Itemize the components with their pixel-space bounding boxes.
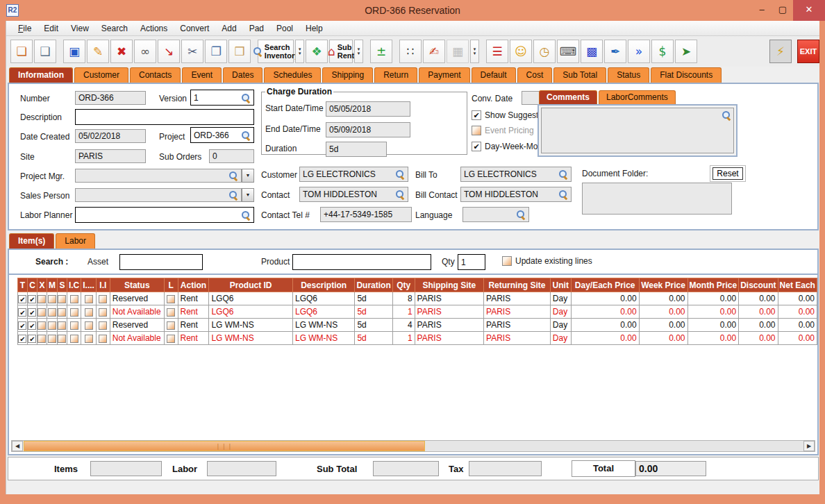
row-flag-checkbox[interactable] bbox=[48, 308, 56, 317]
col-header-i[interactable]: I.... bbox=[81, 278, 97, 292]
row-cell-description[interactable]: LGQ6 bbox=[292, 292, 354, 305]
col-header-shipping-site[interactable]: Shipping Site bbox=[415, 278, 483, 292]
scrollbar-thumb[interactable]: ❘❘❘ bbox=[24, 441, 425, 451]
inventory-blocks-button[interactable]: ▩ bbox=[581, 40, 603, 63]
row-flag-checkbox[interactable] bbox=[85, 308, 93, 317]
row-flag-checkbox[interactable] bbox=[70, 308, 78, 317]
tab-flat-discounts[interactable]: Flat Discounts bbox=[651, 67, 722, 83]
row-flag-cell-s[interactable] bbox=[57, 305, 67, 319]
row-flag-cell-m[interactable] bbox=[47, 292, 57, 305]
row-cell-shipping-site[interactable]: PARIS bbox=[415, 305, 483, 319]
row-cell-day-each-price[interactable]: 0.00 bbox=[571, 292, 639, 305]
col-header-c[interactable]: C bbox=[27, 278, 37, 292]
row-cell-product-id[interactable]: LG WM-NS bbox=[209, 332, 293, 345]
comments-lookup-icon[interactable] bbox=[722, 110, 731, 120]
row-flag-cell-c[interactable] bbox=[27, 305, 37, 319]
row-cell-discount[interactable]: 0.00 bbox=[739, 305, 778, 319]
tab-contacts[interactable]: Contacts bbox=[130, 67, 181, 83]
keyboard-button[interactable]: ⌨ bbox=[557, 40, 579, 63]
bill-contact-lookup-icon[interactable] bbox=[558, 190, 568, 199]
row-flag-checkbox[interactable] bbox=[38, 335, 46, 343]
row-cell-net-each[interactable]: 0.00 bbox=[778, 305, 817, 319]
row-cell-status[interactable]: Not Available bbox=[110, 332, 164, 345]
row-cell-product-id[interactable]: LG WM-NS bbox=[209, 319, 293, 332]
menu-convert[interactable]: Convert bbox=[174, 22, 215, 35]
menu-file[interactable]: File bbox=[12, 22, 38, 35]
row-flag-cell-s[interactable] bbox=[57, 319, 67, 332]
row-flag-checkbox[interactable] bbox=[70, 335, 78, 343]
calendar-button-dropdown[interactable]: ▼▼ bbox=[470, 40, 479, 63]
row-flag-cell-x[interactable] bbox=[37, 292, 47, 305]
row-flag-checkbox[interactable] bbox=[85, 321, 93, 330]
row-cell-status[interactable]: Reserved bbox=[110, 292, 164, 305]
project-lookup-icon[interactable] bbox=[241, 131, 251, 140]
row-cell-month-price[interactable]: 0.00 bbox=[688, 319, 739, 332]
col-header-action[interactable]: Action bbox=[178, 278, 209, 292]
tab-item-s-[interactable]: Item(s) bbox=[9, 233, 54, 249]
row-flag-cell-m[interactable] bbox=[47, 319, 57, 332]
row-cell-returning-site[interactable]: PARIS bbox=[484, 319, 551, 332]
tab-status[interactable]: Status bbox=[608, 67, 649, 83]
sales-person-dropdown-button[interactable]: ▼ bbox=[242, 188, 254, 202]
row-flag-cell-t[interactable] bbox=[18, 305, 28, 319]
tab-cost[interactable]: Cost bbox=[517, 67, 553, 83]
row-cell-duration[interactable]: 5d bbox=[355, 305, 392, 319]
row-cell-action[interactable]: Rent bbox=[178, 332, 209, 345]
minimize-button[interactable]: – bbox=[751, 0, 772, 21]
row-flag-checkbox[interactable] bbox=[18, 295, 26, 303]
row-flag-checkbox[interactable] bbox=[58, 308, 66, 317]
tab-default[interactable]: Default bbox=[472, 67, 516, 83]
resources-button[interactable]: ❖ bbox=[306, 40, 328, 63]
cut-button[interactable]: ✂ bbox=[181, 40, 203, 63]
col-header-description[interactable]: Description bbox=[292, 278, 354, 292]
row-cell-unit[interactable]: Day bbox=[550, 305, 571, 319]
version-field[interactable]: 1 bbox=[190, 90, 254, 106]
labor-planner-field[interactable] bbox=[75, 207, 254, 223]
save-button[interactable]: ▣ bbox=[63, 40, 85, 63]
edit-button[interactable]: ✎ bbox=[87, 40, 109, 63]
row-flag-checkbox[interactable] bbox=[70, 321, 78, 330]
show-suggestions-checkbox[interactable] bbox=[472, 110, 481, 120]
exit-button[interactable]: EXIT bbox=[797, 40, 819, 63]
col-header-discount[interactable]: Discount bbox=[739, 278, 778, 292]
row-cell-description[interactable]: LGQ6 bbox=[292, 305, 354, 319]
customer-lookup-icon[interactable] bbox=[395, 169, 405, 179]
maximize-button[interactable]: ▢ bbox=[772, 0, 793, 21]
search-inventory-button-dropdown[interactable]: ▼▼ bbox=[295, 40, 304, 63]
row-labor-checkbox[interactable] bbox=[167, 335, 175, 343]
row-cell-net-each[interactable]: 0.00 bbox=[778, 319, 817, 332]
row-cell-action[interactable]: Rent bbox=[178, 319, 209, 332]
day-week-month-checkbox[interactable] bbox=[472, 142, 481, 151]
menu-pad[interactable]: Pad bbox=[243, 22, 270, 35]
row-cell-shipping-site[interactable]: PARIS bbox=[415, 292, 483, 305]
row-flag-checkbox[interactable] bbox=[48, 335, 56, 343]
col-header-t[interactable]: T bbox=[18, 278, 28, 292]
row-cell-day-each-price[interactable]: 0.00 bbox=[571, 305, 639, 319]
table-row[interactable]: Not AvailableRentLG WM-NSLG WM-NS5d1PARI… bbox=[18, 332, 817, 345]
row-flag-checkbox[interactable] bbox=[85, 335, 93, 343]
happy-customer-button[interactable]: ☺ bbox=[510, 40, 532, 63]
col-header-status[interactable]: Status bbox=[110, 278, 164, 292]
row-cell-returning-site[interactable]: PARIS bbox=[484, 332, 551, 345]
money-notes-button[interactable]: $ bbox=[651, 40, 674, 63]
row-labor-checkbox[interactable] bbox=[167, 295, 175, 303]
find-button[interactable]: ∞ bbox=[134, 40, 156, 63]
row-flag-cell-ic[interactable] bbox=[67, 292, 81, 305]
row-cell-day-each-price[interactable]: 0.00 bbox=[571, 319, 639, 332]
row-flag-checkbox[interactable] bbox=[70, 295, 78, 303]
row-flag-cell-c[interactable] bbox=[27, 319, 37, 332]
search-inventory-button[interactable]: Search Inventory bbox=[258, 40, 294, 63]
labor-planner-lookup-icon[interactable] bbox=[241, 210, 251, 220]
menu-add[interactable]: Add bbox=[215, 22, 242, 35]
row-cell-product-id[interactable]: LGQ6 bbox=[209, 305, 293, 319]
row-flag-cell-x[interactable] bbox=[37, 332, 47, 345]
row-flag-cell-ii[interactable] bbox=[96, 292, 110, 305]
row-flag-cell-t[interactable] bbox=[18, 319, 28, 332]
col-header-m[interactable]: M bbox=[47, 278, 57, 292]
row-cell-unit[interactable]: Day bbox=[550, 332, 571, 345]
asset-search-input[interactable] bbox=[119, 254, 203, 270]
tab-sub-total[interactable]: Sub Total bbox=[553, 67, 606, 83]
row-flag-cell-ii[interactable] bbox=[96, 332, 110, 345]
col-header-returning-site[interactable]: Returning Site bbox=[484, 278, 551, 292]
notes-button[interactable]: ✍ bbox=[423, 40, 445, 63]
